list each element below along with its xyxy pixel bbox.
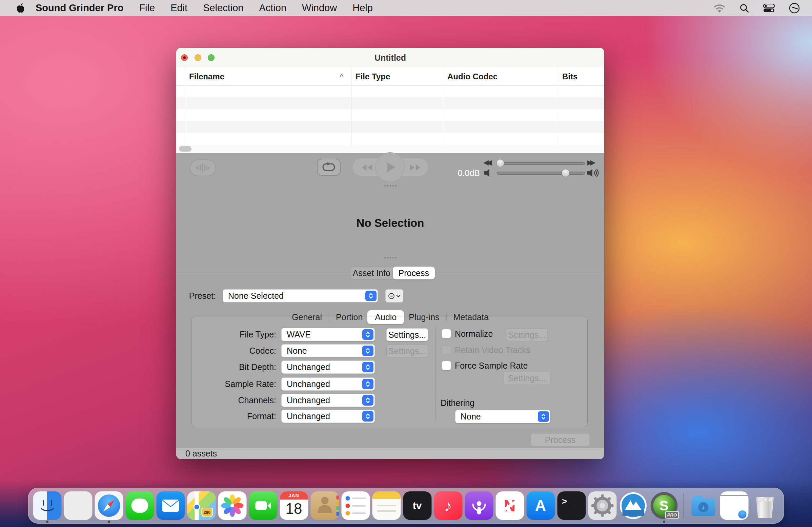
bit-depth-popup[interactable]: Unchanged (281, 360, 375, 374)
dock-calendar-icon[interactable]: JAN 18 (279, 489, 309, 523)
dock-safari-icon[interactable] (93, 489, 125, 523)
menu-app-name[interactable]: Sound Grinder Pro (35, 2, 124, 14)
scrollbar-thumb[interactable] (179, 146, 191, 152)
menu-selection[interactable]: Selection (203, 2, 243, 14)
volume-slider[interactable] (497, 172, 585, 175)
menu-window[interactable]: Window (302, 2, 337, 14)
empty-row (176, 133, 604, 145)
file-type-popup[interactable]: WAVE (281, 328, 375, 341)
volume-max-icon[interactable] (587, 169, 600, 179)
dithering-popup[interactable]: None (455, 410, 550, 423)
column-header-audiocodec[interactable]: Audio Codec (447, 68, 497, 85)
sound-grinder-window: Untitled Filename ^ File Type Audio Code… (176, 48, 604, 459)
dock-facetime-icon[interactable] (248, 489, 279, 523)
popup-chevrons-icon (538, 411, 549, 422)
rate-slider-thumb[interactable] (496, 159, 504, 167)
codec-popup[interactable]: None (281, 344, 375, 357)
sample-rate-label: Sample Rate: (197, 378, 276, 391)
clock-icon[interactable] (789, 3, 800, 14)
control-center-icon[interactable] (763, 4, 775, 13)
rate-slider[interactable] (497, 162, 585, 165)
waveform-button[interactable] (190, 159, 216, 176)
dock-music-icon[interactable]: ♪ (433, 489, 464, 523)
loop-button[interactable] (317, 159, 340, 176)
menu-action[interactable]: Action (259, 2, 286, 14)
wifi-icon[interactable] (714, 4, 725, 13)
dock-downloads-icon[interactable]: ↓ (688, 489, 719, 523)
dock-appstore-icon[interactable]: A (525, 489, 556, 523)
title-bar[interactable]: Untitled (176, 48, 604, 68)
dock-notes-icon[interactable] (371, 489, 402, 523)
dock-podcasts-icon[interactable] (464, 489, 494, 523)
sample-rate-value: Unchanged (281, 379, 362, 389)
column-header-filetype[interactable]: File Type (356, 68, 390, 85)
dock-minimized-window-icon[interactable] (719, 489, 750, 523)
terminal-prompt-glyph: >_ (562, 496, 572, 507)
splitter-handle[interactable] (176, 257, 604, 258)
dock-reminders-icon[interactable] (340, 489, 371, 523)
dock-trash-icon[interactable] (750, 489, 781, 523)
dock-messages-icon[interactable] (125, 489, 155, 523)
dithering-value: None (455, 412, 538, 422)
running-indicator (663, 521, 665, 523)
volume-slider-thumb[interactable] (562, 169, 570, 177)
dock-system-preferences-icon[interactable] (587, 489, 618, 523)
loop-icon (322, 162, 336, 172)
file-type-value: WAVE (281, 330, 362, 340)
rate-down-icon[interactable]: ◀◀ (483, 159, 489, 166)
dock-photos-icon[interactable] (217, 489, 248, 523)
sample-rate-settings-button: Settings... (503, 372, 551, 385)
tab-asset-info[interactable]: Asset Info (350, 267, 393, 280)
preset-label: Preset: (186, 291, 216, 301)
dock-terminal-icon[interactable]: >_ (556, 489, 587, 523)
sort-indicator-icon[interactable]: ^ (340, 68, 343, 85)
channels-value: Unchanged (281, 395, 362, 405)
dock-launchpad-icon[interactable] (63, 489, 93, 523)
force-sample-rate-checkbox[interactable] (441, 361, 451, 370)
empty-row (176, 121, 604, 133)
format-label: Format: (197, 410, 276, 423)
maps-pin (193, 503, 200, 510)
play-button[interactable] (375, 152, 405, 182)
dock-finder-icon[interactable] (32, 489, 63, 523)
search-icon[interactable] (739, 3, 749, 13)
dock-maps-icon[interactable]: 280 (186, 489, 217, 523)
calendar-month: JAN (279, 492, 308, 500)
column-header-filename[interactable]: Filename (189, 68, 224, 85)
menu-edit[interactable]: Edit (171, 2, 187, 14)
preset-popup[interactable]: None Selected (223, 289, 378, 302)
horizontal-scrollbar[interactable] (176, 145, 604, 153)
rewind-button[interactable] (361, 158, 373, 177)
empty-row (176, 85, 604, 97)
dock-mail-icon[interactable] (155, 489, 186, 523)
channels-popup[interactable]: Unchanged (281, 394, 375, 407)
tab-process[interactable]: Process (393, 267, 435, 280)
column-divider (185, 68, 185, 145)
dock-sound-grinder-pro-icon[interactable]: S PRO (649, 489, 680, 523)
menu-file[interactable]: File (139, 2, 155, 14)
normalize-settings-button: Settings... (506, 328, 548, 341)
format-popup[interactable]: Unchanged (281, 410, 375, 423)
fast-forward-button[interactable] (409, 158, 421, 177)
status-bar: 0 assets (176, 448, 604, 459)
file-type-settings-button[interactable]: Settings... (386, 328, 428, 341)
column-header-bits[interactable]: Bits (562, 68, 578, 85)
splitter-handle[interactable] (176, 185, 604, 186)
dock-tv-icon[interactable]: tv (402, 489, 433, 523)
dock-contacts-icon[interactable] (309, 489, 340, 523)
preset-action-menu-button[interactable] (385, 289, 403, 302)
asset-list[interactable] (176, 85, 604, 145)
menu-help[interactable]: Help (352, 2, 373, 14)
volume-min-icon[interactable] (484, 169, 492, 179)
dock-news-icon[interactable]: N (494, 489, 525, 523)
preset-value: None Selected (223, 291, 365, 301)
apple-menu-icon[interactable] (16, 3, 25, 14)
process-button: Process (531, 433, 590, 446)
dock-mountain-app-icon[interactable] (618, 489, 649, 523)
no-selection-label: No Selection (176, 217, 604, 230)
popup-chevrons-icon (362, 379, 374, 389)
rate-up-icon[interactable]: ▶▶ (587, 159, 593, 166)
sample-rate-popup[interactable]: Unchanged (281, 378, 375, 391)
normalize-checkbox[interactable] (441, 329, 451, 339)
calendar-day: 18 (286, 500, 302, 517)
